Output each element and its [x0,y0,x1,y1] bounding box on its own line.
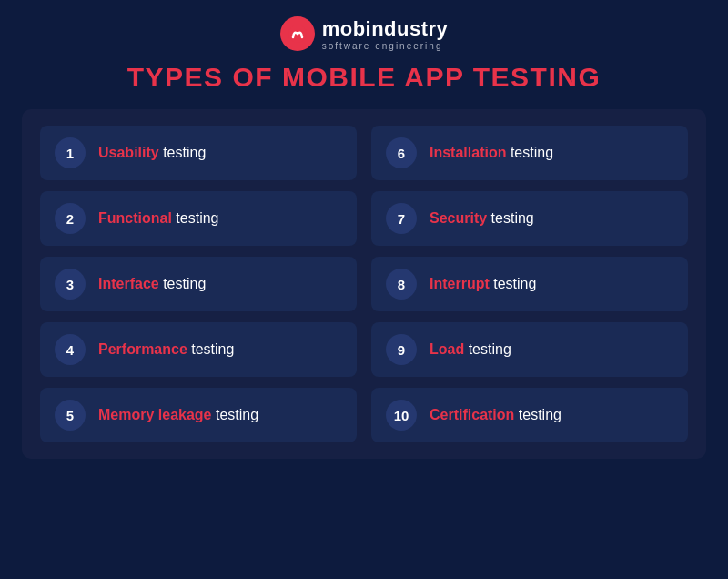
test-item: 9Load testing [371,322,688,377]
item-highlight: Performance [98,341,187,357]
test-item: 10Certification testing [371,388,688,442]
test-item: 7Security testing [371,191,688,246]
number-badge: 8 [386,269,417,300]
item-label: Functional testing [98,210,218,227]
item-label: Installation testing [430,145,553,161]
item-label: Interface testing [98,276,206,292]
number-badge: 9 [386,334,417,365]
header: mobindustry software engineering TYPES O… [127,0,602,102]
test-item: 8Interrupt testing [371,257,688,311]
item-label: Interrupt testing [430,276,536,292]
number-badge: 5 [55,400,86,431]
item-highlight: Memory leakage [98,407,212,422]
logo-icon [280,16,315,51]
items-grid: 1Usability testing6Installation testing2… [40,126,688,442]
logo-sub: software engineering [322,41,449,51]
test-item: 3Interface testing [40,257,357,311]
item-label: Certification testing [430,407,561,423]
number-badge: 1 [55,137,86,168]
main-title-prefix: TYPES OF [127,62,282,92]
item-highlight: Interrupt [430,276,490,291]
item-label: Load testing [430,341,511,358]
number-badge: 10 [386,400,417,431]
number-badge: 4 [55,334,86,365]
item-highlight: Usability [98,145,159,160]
test-item: 5Memory leakage testing [40,388,357,442]
item-label: Performance testing [98,341,234,358]
test-item: 6Installation testing [371,126,688,180]
test-item: 2Functional testing [40,191,357,246]
item-label: Security testing [430,210,534,227]
main-title-highlight: MOBILE APP TESTING [282,62,601,92]
main-card: 1Usability testing6Installation testing2… [22,109,706,459]
logo-name: mobindustry [322,17,449,41]
number-badge: 2 [55,203,86,234]
number-badge: 3 [55,269,86,300]
item-highlight: Functional [98,210,172,226]
item-highlight: Installation [430,145,506,160]
item-label: Usability testing [98,145,206,161]
item-label: Memory leakage testing [98,407,258,423]
test-item: 1Usability testing [40,126,357,180]
logo-row: mobindustry software engineering [280,16,449,51]
number-badge: 7 [386,203,417,234]
item-highlight: Certification [430,407,514,422]
item-highlight: Security [430,210,487,226]
item-highlight: Load [430,341,464,357]
item-highlight: Interface [98,276,159,291]
logo-text-group: mobindustry software engineering [322,17,449,51]
main-title: TYPES OF MOBILE APP TESTING [127,62,602,93]
test-item: 4Performance testing [40,322,357,377]
number-badge: 6 [386,137,417,168]
